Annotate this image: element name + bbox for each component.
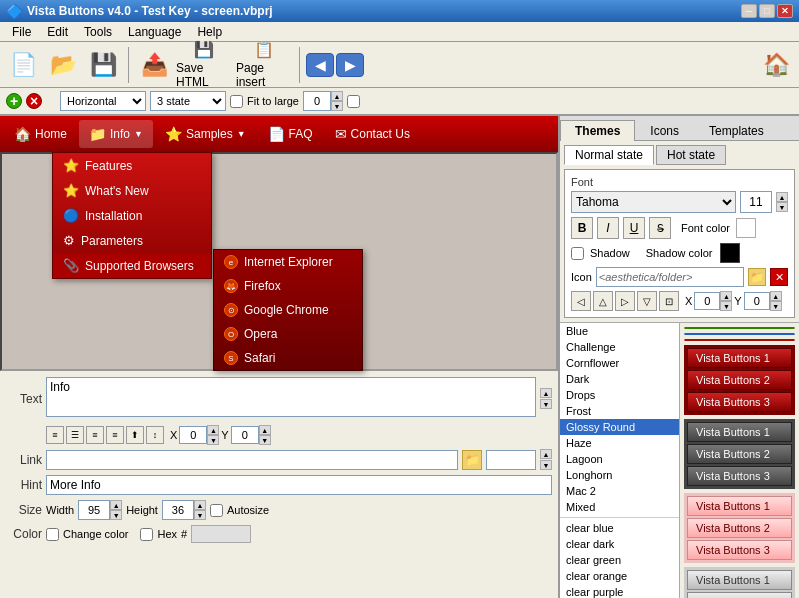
link-scroll-down[interactable]: ▼	[540, 460, 552, 470]
submenu-chrome[interactable]: ⊙ Google Chrome	[214, 298, 362, 322]
font-size-input[interactable]	[740, 191, 772, 213]
orientation-select[interactable]: Horizontal Vertical	[60, 91, 146, 111]
theme-haze[interactable]: Haze	[560, 435, 679, 451]
link-scroll-up[interactable]: ▲	[540, 449, 552, 459]
tab-hot-state[interactable]: Hot state	[656, 145, 726, 165]
tab-icons[interactable]: Icons	[635, 120, 694, 141]
subtheme-clear-purple[interactable]: clear purple	[560, 584, 679, 598]
align-right[interactable]: ≡	[86, 426, 104, 444]
width-down[interactable]: ▼	[110, 510, 122, 520]
back-button[interactable]: ◀	[306, 53, 334, 77]
icon-pos-right[interactable]: ▷	[615, 291, 635, 311]
icon-y-up[interactable]: ▲	[770, 291, 782, 301]
icon-y-down[interactable]: ▼	[770, 301, 782, 311]
preview-green-btn[interactable]	[684, 327, 795, 329]
theme-lagoon[interactable]: Lagoon	[560, 451, 679, 467]
dropdown-installation[interactable]: 🔵 Installation	[53, 203, 211, 228]
zoom-check[interactable]	[347, 95, 360, 108]
vista-btn-2-light[interactable]: Vista Buttons 2	[687, 518, 792, 538]
save-html-button[interactable]: 💾 Save HTML	[175, 46, 233, 84]
vista-btn-2-dark[interactable]: Vista Buttons 2	[687, 444, 792, 464]
icon-pos-down[interactable]: ▽	[637, 291, 657, 311]
icon-x-up[interactable]: ▲	[720, 291, 732, 301]
shadow-checkbox[interactable]	[571, 247, 584, 260]
nav-tab-info[interactable]: 📁 Info ▼	[79, 120, 153, 148]
theme-dark[interactable]: Dark	[560, 371, 679, 387]
autosize-checkbox[interactable]	[210, 504, 223, 517]
icon-pos-center[interactable]: ⊡	[659, 291, 679, 311]
submenu-ie[interactable]: e Internet Explorer	[214, 250, 362, 274]
dropdown-parameters[interactable]: ⚙ Parameters	[53, 228, 211, 253]
home-nav-button[interactable]: 🏠	[757, 46, 795, 84]
link-input[interactable]	[46, 450, 458, 470]
menu-tools[interactable]: Tools	[76, 23, 120, 41]
icon-clear-button[interactable]: ✕	[770, 268, 788, 286]
subtheme-clear-blue[interactable]: clear blue	[560, 520, 679, 536]
zoom-down-button[interactable]: ▼	[331, 101, 343, 111]
change-color-checkbox[interactable]	[46, 528, 59, 541]
theme-drops[interactable]: Drops	[560, 387, 679, 403]
align-center[interactable]: ☰	[66, 426, 84, 444]
vista-btn-2-dark-red[interactable]: Vista Buttons 2	[687, 370, 792, 390]
vista-btn-3-dark[interactable]: Vista Buttons 3	[687, 466, 792, 486]
nav-tab-faq[interactable]: 📄 FAQ	[258, 120, 323, 148]
vista-btn-2-gray[interactable]: Vista Buttons 2	[687, 592, 792, 598]
zoom-input[interactable]	[303, 91, 331, 111]
open-button[interactable]: 📂	[44, 46, 82, 84]
align-middle[interactable]: ↕	[146, 426, 164, 444]
menu-language[interactable]: Language	[120, 23, 189, 41]
theme-challenge[interactable]: Challenge	[560, 339, 679, 355]
shadow-color-swatch[interactable]	[720, 243, 740, 263]
link-folder-button[interactable]: 📁	[462, 450, 482, 470]
font-color-swatch[interactable]	[736, 218, 756, 238]
align-top[interactable]: ⬆	[126, 426, 144, 444]
dropdown-whats-new[interactable]: ⭐ What's New	[53, 178, 211, 203]
add-item-button[interactable]: +	[6, 93, 22, 109]
width-input[interactable]	[78, 500, 110, 520]
menu-help[interactable]: Help	[189, 23, 230, 41]
height-down[interactable]: ▼	[194, 510, 206, 520]
preview-red-btn[interactable]	[684, 339, 795, 341]
menu-edit[interactable]: Edit	[39, 23, 76, 41]
theme-blue[interactable]: Blue	[560, 323, 679, 339]
fit-to-large-checkbox[interactable]	[230, 95, 243, 108]
width-up[interactable]: ▲	[110, 500, 122, 510]
icon-path-input[interactable]	[596, 267, 744, 287]
hex-input[interactable]	[191, 525, 251, 543]
remove-item-button[interactable]: ×	[26, 93, 42, 109]
nav-tab-home[interactable]: 🏠 Home	[4, 120, 77, 148]
save-button[interactable]: 💾	[84, 46, 122, 84]
align-justify[interactable]: ≡	[106, 426, 124, 444]
submenu-firefox[interactable]: 🦊 Firefox	[214, 274, 362, 298]
strikethrough-button[interactable]: S̶	[649, 217, 671, 239]
icon-x-down[interactable]: ▼	[720, 301, 732, 311]
theme-glossy-round[interactable]: Glossy Round	[560, 419, 679, 435]
underline-button[interactable]: U	[623, 217, 645, 239]
zoom-up-button[interactable]: ▲	[331, 91, 343, 101]
link-target-input[interactable]	[486, 450, 536, 470]
theme-cornflower[interactable]: Cornflower	[560, 355, 679, 371]
theme-frost[interactable]: Frost	[560, 403, 679, 419]
preview-blue-btn[interactable]	[684, 333, 795, 335]
nav-tab-samples[interactable]: ⭐ Samples ▼	[155, 120, 256, 148]
forward-button[interactable]: ▶	[336, 53, 364, 77]
text-input[interactable]: Info	[46, 377, 536, 417]
dropdown-supported-browsers[interactable]: 📎 Supported Browsers	[53, 253, 211, 278]
vista-btn-1-gray[interactable]: Vista Buttons 1	[687, 570, 792, 590]
import-button[interactable]: 📤	[135, 46, 173, 84]
icon-browse-button[interactable]: 📁	[748, 268, 766, 286]
font-size-up[interactable]: ▲	[776, 192, 788, 202]
height-input[interactable]	[162, 500, 194, 520]
y-input[interactable]	[231, 426, 259, 444]
dropdown-features[interactable]: ⭐ Features	[53, 153, 211, 178]
y-down[interactable]: ▼	[259, 435, 271, 445]
icon-y-input[interactable]	[744, 292, 770, 310]
close-button[interactable]: ✕	[777, 4, 793, 18]
text-scroll-down[interactable]: ▼	[540, 399, 552, 409]
x-input[interactable]	[179, 426, 207, 444]
new-button[interactable]: 📄	[4, 46, 42, 84]
maximize-button[interactable]: □	[759, 4, 775, 18]
subtheme-clear-dark[interactable]: clear dark	[560, 536, 679, 552]
tab-normal-state[interactable]: Normal state	[564, 145, 654, 165]
submenu-safari[interactable]: S Safari	[214, 346, 362, 370]
